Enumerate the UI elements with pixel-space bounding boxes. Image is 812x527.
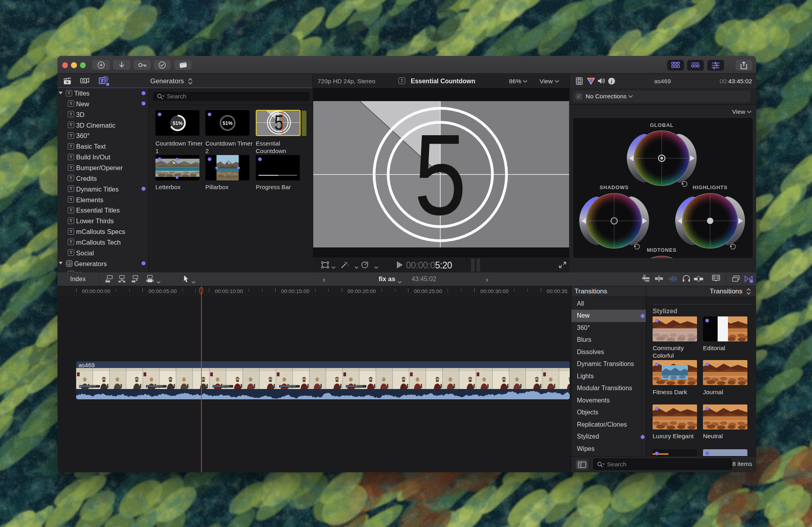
svg-text:5: 5 [274, 111, 284, 134]
svg-text:i: i [611, 79, 613, 84]
svg-text:51%: 51% [222, 121, 232, 126]
svg-text:5: 5 [414, 110, 466, 239]
svg-text:51%: 51% [172, 121, 182, 126]
svg-text:T: T [100, 78, 104, 84]
svg-text:2: 2 [68, 262, 70, 266]
